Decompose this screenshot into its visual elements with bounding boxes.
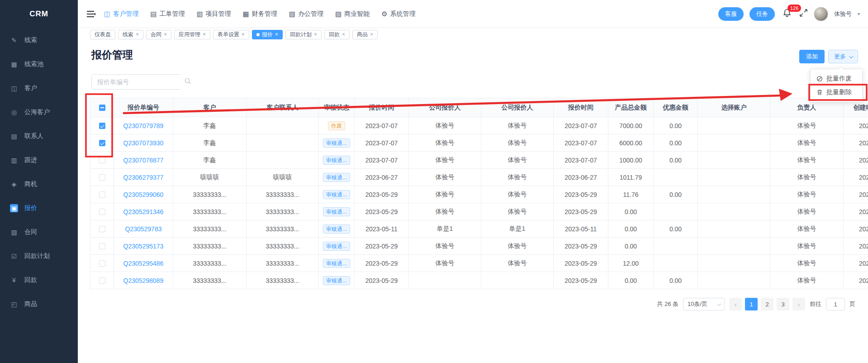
tab-close-icon[interactable]: × — [164, 32, 167, 37]
cell-owner: 体验号 — [770, 117, 844, 134]
next-page-button[interactable]: › — [792, 298, 805, 310]
row-checkbox[interactable] — [99, 157, 105, 163]
notification-bell-icon[interactable]: 126 — [783, 9, 793, 19]
cell-quote-number[interactable]: Q2305295173 — [114, 238, 173, 255]
tab-close-icon[interactable]: × — [242, 32, 245, 37]
sidebar-item[interactable]: ▥ 跟进 — [0, 148, 78, 172]
select-all-checkbox[interactable] — [99, 105, 105, 111]
tab[interactable]: 回款计划 × — [285, 30, 322, 39]
fullscreen-icon[interactable] — [799, 9, 808, 19]
bi-module-icon: ▨ — [335, 10, 342, 18]
more-button[interactable]: 更多 — [828, 50, 858, 63]
top-module[interactable]: ◫ 客户管理 — [104, 10, 138, 18]
page-size-select[interactable]: 10条/页 — [683, 298, 725, 310]
tab[interactable]: 合同 × — [146, 30, 171, 39]
tab-close-icon[interactable]: × — [275, 32, 278, 37]
tab[interactable]: 表单设置 × — [213, 30, 249, 39]
row-checkbox[interactable] — [99, 209, 105, 215]
page-button[interactable]: 1 — [745, 298, 758, 310]
sidebar-item[interactable]: ▧ 合同 — [0, 220, 78, 244]
lead-pool-icon: ▦ — [10, 60, 18, 68]
cell-quote-number[interactable]: Q230529783 — [114, 220, 173, 238]
cell-checkbox — [90, 255, 114, 272]
cell-account — [698, 134, 770, 152]
tab[interactable]: 应用管理 × — [174, 30, 210, 39]
cell-quote-number[interactable]: Q2305291346 — [114, 203, 173, 220]
sidebar-item[interactable]: ☑ 回款计划 — [0, 244, 78, 268]
cell-quote-number[interactable]: Q2307078877 — [114, 152, 173, 169]
top-module[interactable]: ▧ 办公管理 — [289, 10, 323, 18]
sidebar-item-label: 公海客户 — [24, 108, 50, 116]
support-button[interactable]: 客服 — [718, 7, 744, 21]
collapse-sidebar-icon[interactable] — [86, 10, 96, 19]
sidebar-item[interactable]: ▦ 线索池 — [0, 52, 78, 76]
tab[interactable]: 仪表盘 × — [90, 30, 115, 39]
goto-page-input[interactable] — [826, 298, 845, 310]
task-button[interactable]: 任务 — [749, 7, 775, 21]
sidebar-item[interactable]: ✎ 线索 — [0, 28, 78, 52]
add-button[interactable]: 添加 — [799, 50, 825, 63]
sidebar-item[interactable]: ▤ 联系人 — [0, 124, 78, 148]
total-count: 共 26 条 — [657, 300, 678, 308]
row-checkbox[interactable] — [99, 226, 105, 232]
top-module[interactable]: ▤ 工单管理 — [150, 10, 185, 18]
tab-close-icon[interactable]: × — [203, 32, 206, 37]
cell-quote-number[interactable]: Q2306279377 — [114, 169, 173, 186]
cell-quote-number[interactable]: Q2305298089 — [114, 272, 173, 289]
status-badge: 审核通... — [323, 242, 350, 251]
sidebar-item[interactable]: ◎ 公海客户 — [0, 100, 78, 124]
row-checkbox[interactable] — [99, 140, 105, 146]
tab[interactable]: 回款 × — [324, 30, 350, 39]
sidebar-item[interactable]: ◫ 客户 — [0, 76, 78, 100]
tab[interactable]: 商品 × — [352, 30, 378, 39]
row-checkbox[interactable] — [99, 123, 105, 129]
row-checkbox[interactable] — [99, 174, 105, 181]
status-badge: 审核通... — [323, 207, 350, 216]
row-checkbox[interactable] — [99, 191, 105, 198]
sidebar-item[interactable]: ◰ 商品 — [0, 292, 78, 316]
cell-company-quoter-2 — [481, 272, 554, 289]
row-checkbox[interactable] — [99, 243, 105, 249]
cell-created: 2023 — [844, 272, 868, 289]
cell-created: 2023 — [844, 203, 868, 220]
top-module-label: 商业智能 — [344, 10, 370, 18]
customer-module-icon: ◫ — [104, 10, 110, 18]
tab-close-icon[interactable]: × — [370, 32, 373, 37]
tab-close-icon[interactable]: × — [314, 32, 317, 37]
tab[interactable]: 线索 × — [118, 30, 143, 39]
cell-quote-number[interactable]: Q2305299060 — [114, 186, 173, 203]
page-button[interactable]: 2 — [761, 298, 773, 310]
tab[interactable]: 报价 × — [252, 30, 283, 39]
sidebar-item-label: 线索 — [24, 36, 37, 44]
cell-company-quoter: 体验号 — [409, 186, 481, 203]
prev-page-button[interactable]: ‹ — [729, 298, 742, 310]
batch-void-label: 批量作废 — [826, 75, 852, 83]
cell-quote-number[interactable]: Q2307073930 — [114, 134, 173, 152]
column-header: 优惠金额 — [654, 98, 698, 117]
cell-quote-number[interactable]: Q2305295486 — [114, 255, 173, 272]
sidebar-item[interactable]: ◈ 商机 — [0, 172, 78, 196]
tab-close-icon[interactable]: × — [136, 32, 139, 37]
top-module[interactable]: ▦ 财务管理 — [243, 10, 277, 18]
cell-quote-number[interactable]: Q2307079789 — [114, 117, 173, 134]
user-avatar[interactable] — [814, 7, 828, 21]
row-checkbox[interactable] — [99, 277, 105, 284]
top-module[interactable]: ▨ 商业智能 — [335, 10, 370, 18]
top-module[interactable]: ▥ 项目管理 — [196, 10, 231, 18]
sidebar-item-label: 跟进 — [24, 156, 37, 164]
user-menu-caret-icon[interactable]: ▾ — [858, 11, 860, 16]
tab-close-icon[interactable]: × — [342, 32, 345, 37]
cell-product-total: 0.00 — [608, 220, 654, 238]
quote-number-search-input[interactable] — [92, 75, 185, 89]
top-module[interactable]: ⚙ 系统管理 — [381, 10, 415, 18]
sidebar-item[interactable]: ▣ 报价 — [0, 196, 78, 220]
row-checkbox[interactable] — [99, 260, 105, 267]
sidebar-item[interactable]: ¥ 回款 — [0, 268, 78, 292]
page-button[interactable]: 3 — [777, 298, 789, 310]
batch-delete-menu-item[interactable]: 批量删除 — [811, 86, 862, 99]
search-icon[interactable] — [185, 78, 191, 86]
office-module-icon: ▧ — [289, 10, 295, 18]
cell-quote-date-2: 2023-05-29 — [554, 272, 608, 289]
batch-void-menu-item[interactable]: 批量作废 — [811, 72, 862, 86]
cell-quote-date: 2023-07-07 — [355, 152, 409, 169]
